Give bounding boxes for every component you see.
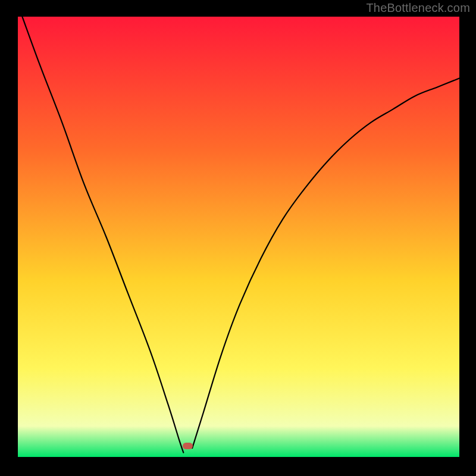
bottleneck-curve: [18, 17, 459, 457]
curve-right-branch: [192, 79, 459, 449]
plot-area: [18, 17, 459, 457]
watermark-text: TheBottleneck.com: [366, 1, 470, 15]
chart-frame: TheBottleneck.com: [0, 0, 476, 476]
curve-left-branch: [22, 17, 183, 453]
minimum-marker: [183, 443, 193, 449]
